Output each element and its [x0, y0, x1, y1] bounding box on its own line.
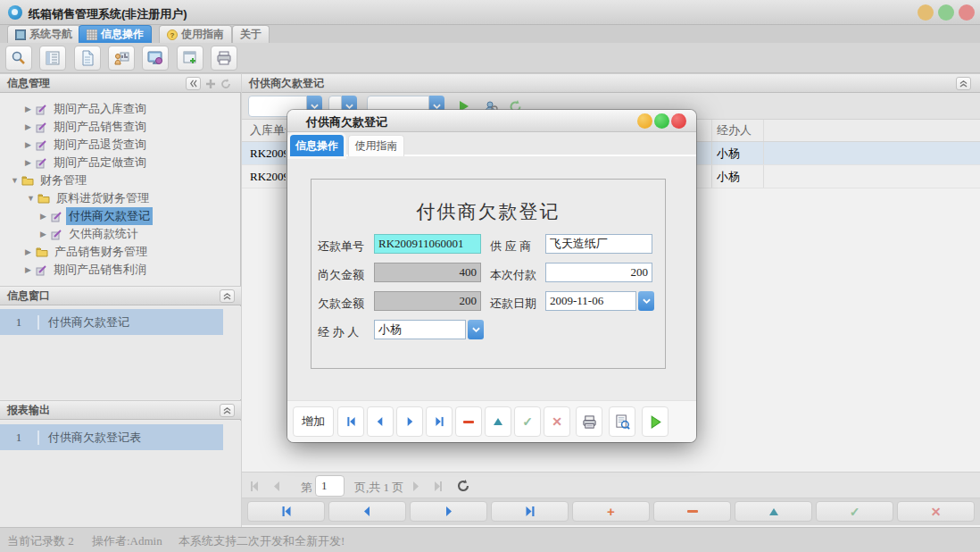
monitor-tool-button[interactable] — [142, 46, 169, 71]
cell-order-no: RK2009 — [250, 165, 286, 188]
dialog-delete-button[interactable] — [455, 406, 482, 437]
tree-item[interactable]: ▶期间产品退货查询 — [25, 136, 149, 154]
dialog-tab-info-operation[interactable]: 信息操作 — [290, 135, 344, 156]
tree-item[interactable]: ▶欠供商款统计 — [40, 225, 141, 243]
dialog-edit-button[interactable] — [485, 406, 511, 437]
record-last-button[interactable] — [491, 501, 569, 522]
info-window-item[interactable]: 1 付供商欠款登记 — [0, 309, 223, 335]
tab-system-nav[interactable]: 系统导航 — [7, 25, 80, 43]
tree-item[interactable]: ▼财务管理 — [11, 171, 89, 189]
dialog-run-button[interactable] — [642, 406, 669, 437]
window-add-icon — [182, 50, 198, 66]
next-page-button[interactable] — [410, 480, 421, 496]
col-handler[interactable]: 经办人 — [717, 120, 763, 141]
status-note: 本系统支持二次开发和全新开发! — [179, 533, 345, 549]
search-tool-button[interactable] — [5, 46, 32, 71]
nav-square-icon — [15, 29, 26, 40]
add-record-button[interactable]: 增加 — [293, 406, 334, 437]
minimize-button[interactable] — [918, 4, 934, 21]
dialog-tab-user-guide[interactable]: 使用指南 — [348, 135, 404, 156]
tab-about[interactable]: 关于 — [232, 25, 270, 43]
dialog-first-button[interactable] — [337, 406, 364, 437]
expand-arrow-icon[interactable]: ▶ — [25, 265, 36, 274]
first-record-icon — [280, 506, 293, 517]
dialog-last-button[interactable] — [426, 406, 453, 437]
tree-item[interactable]: ▶期间产品销售利润 — [25, 261, 149, 279]
dialog-save-button[interactable]: ✓ — [514, 406, 541, 437]
col-order-no[interactable]: 入库单号 — [250, 120, 286, 141]
supplier-input[interactable]: 飞天造纸厂 — [545, 234, 652, 254]
tab-info-operation[interactable]: 信息操作 — [79, 25, 152, 43]
tree-item[interactable]: ▶期间产品入库查询 — [25, 100, 149, 118]
record-first-button[interactable] — [247, 501, 325, 522]
tree-item[interactable]: ▼原料进货财务管理 — [27, 189, 152, 207]
first-page-button[interactable] — [249, 480, 261, 496]
collapse-arrow-icon[interactable]: ▼ — [27, 194, 37, 203]
report-output-collapse-button[interactable] — [220, 404, 235, 417]
maximize-button[interactable] — [938, 4, 954, 21]
report-output-item[interactable]: 1 付供商欠款登记表 — [0, 424, 223, 450]
sidebar-collapse-button[interactable] — [186, 77, 201, 90]
printer-tool-button[interactable] — [211, 46, 237, 71]
check-icon: ✓ — [522, 414, 533, 429]
page-total-label: 页,共 1 页 — [354, 480, 403, 496]
close-button[interactable] — [959, 4, 975, 21]
wand-icon — [51, 229, 62, 240]
content-collapse-button[interactable] — [956, 77, 971, 90]
dialog-maximize-button[interactable] — [654, 113, 669, 129]
title-bar: 纸箱销售管理系统(非注册用户) — [0, 0, 980, 25]
debt-label: 欠款金额 — [318, 296, 364, 312]
repay-no-input[interactable]: RK200911060001 — [374, 234, 481, 254]
expand-arrow-icon[interactable]: ▶ — [25, 122, 36, 131]
dialog-minimize-button[interactable] — [637, 113, 652, 129]
document-tool-button[interactable] — [74, 46, 101, 71]
add-panel-icon[interactable] — [205, 79, 216, 89]
collapse-arrow-icon[interactable]: ▼ — [11, 176, 21, 185]
chevron-down-icon — [472, 327, 480, 333]
tab-user-guide[interactable]: ? 使用指南 — [159, 25, 232, 43]
expand-arrow-icon[interactable]: ▶ — [25, 105, 36, 113]
refresh-panel-icon[interactable] — [220, 79, 231, 89]
minus-icon — [687, 510, 698, 513]
refresh-table-button[interactable] — [457, 480, 469, 496]
payment-input[interactable]: 200 — [545, 263, 652, 282]
expand-arrow-icon[interactable]: ▶ — [40, 212, 51, 221]
expand-arrow-icon[interactable]: ▶ — [25, 158, 36, 167]
page-label: 第 — [301, 480, 312, 496]
content-header: 付供商欠款登记 — [242, 73, 980, 93]
record-delete-button[interactable] — [653, 501, 731, 522]
last-page-button[interactable] — [432, 480, 444, 496]
cell-order-no: RK2009 — [250, 142, 286, 164]
dialog-title: 付供商欠款登记 — [306, 114, 387, 130]
tree-item[interactable]: ▶产品销售财务管理 — [25, 243, 150, 261]
handler-input[interactable]: 小杨 — [374, 320, 466, 339]
record-prev-button[interactable] — [328, 501, 406, 522]
dialog-prev-button[interactable] — [367, 406, 394, 437]
window-add-tool-button[interactable] — [177, 46, 203, 71]
dialog-next-button[interactable] — [396, 406, 423, 437]
dialog-preview-button[interactable] — [609, 406, 635, 437]
minus-icon — [463, 421, 474, 423]
record-next-button[interactable] — [410, 501, 487, 522]
page-input[interactable]: 1 — [315, 475, 345, 497]
prev-page-button[interactable] — [271, 480, 283, 496]
record-add-button[interactable]: + — [572, 501, 650, 522]
date-dropdown-button[interactable] — [638, 291, 654, 311]
dialog-print-button[interactable] — [576, 406, 602, 437]
date-input[interactable]: 2009-11-06 — [545, 291, 636, 311]
record-edit-button[interactable] — [735, 501, 812, 522]
expand-arrow-icon[interactable]: ▶ — [40, 230, 51, 238]
dialog-cancel-button[interactable]: ✕ — [544, 406, 570, 437]
tree-item[interactable]: ▶期间产品定做查询 — [25, 154, 149, 171]
tree-item-selected[interactable]: ▶付供商欠款登记 — [40, 207, 153, 225]
record-save-button[interactable]: ✓ — [816, 501, 893, 522]
info-window-collapse-button[interactable] — [220, 289, 235, 303]
dialog-close-button[interactable] — [671, 113, 686, 129]
handler-dropdown-button[interactable] — [468, 320, 484, 339]
user-report-tool-button[interactable] — [108, 46, 135, 71]
expand-arrow-icon[interactable]: ▶ — [25, 140, 36, 149]
record-cancel-button[interactable]: ✕ — [897, 501, 975, 522]
expand-arrow-icon[interactable]: ▶ — [25, 247, 36, 256]
tree-item[interactable]: ▶期间产品销售查询 — [25, 118, 149, 136]
list-tool-button[interactable] — [39, 46, 66, 71]
